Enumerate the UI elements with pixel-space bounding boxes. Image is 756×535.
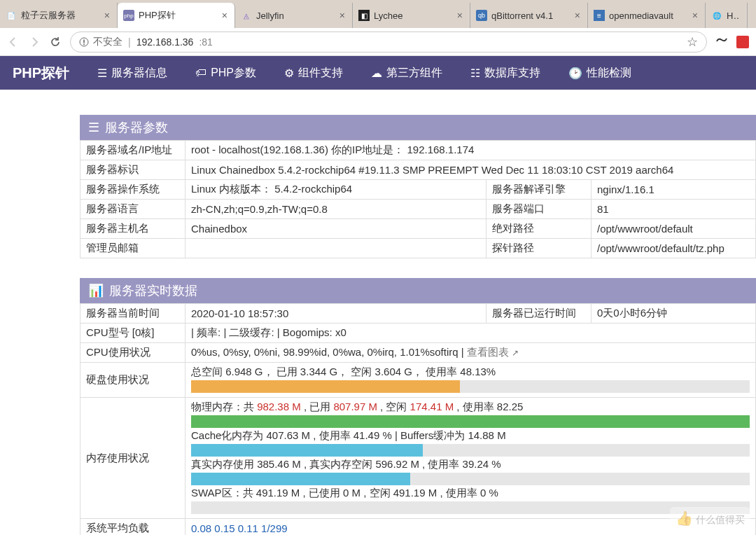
chart-icon: 📊: [88, 283, 104, 298]
favicon-icon: php: [123, 10, 134, 21]
menu-3rd[interactable]: ☁第三方组件: [371, 66, 442, 81]
close-icon[interactable]: ×: [575, 10, 580, 21]
cell-value: 0%us, 0%sy, 0%ni, 98.99%id, 0%wa, 0%irq,…: [186, 343, 756, 363]
cell-value: [186, 239, 486, 258]
extension-icon[interactable]: [715, 36, 728, 48]
cell-value: /opt/wwwroot/default: [592, 219, 756, 239]
cell-value: Chainedbox: [186, 219, 486, 239]
menu-label: 数据库支持: [484, 66, 540, 81]
star-icon[interactable]: ☆: [687, 34, 698, 50]
cell-label: 服务器解译引擎: [486, 180, 592, 200]
brand[interactable]: PHP探针: [13, 64, 69, 83]
close-icon[interactable]: ×: [104, 10, 110, 21]
watermark: 👍 什么值得买: [670, 507, 750, 529]
cell-label: 系统平均负载: [80, 519, 186, 536]
server-params-table: 服务器域名/IP地址root - localhost(192.168.1.36)…: [80, 140, 756, 258]
svg-rect-2: [83, 43, 85, 45]
mem-bar-3: [191, 473, 750, 485]
cell-label: 内存使用状况: [80, 398, 186, 519]
cell-value: 0天0小时6分钟: [592, 304, 756, 324]
favicon-icon: ≡: [594, 10, 605, 21]
cell-label: 绝对路径: [486, 219, 592, 239]
gear-icon: ⚙: [284, 67, 294, 80]
mem-bar-2-fill: [191, 444, 423, 457]
svg-rect-1: [83, 39, 85, 43]
load-value: 0.08 0.15 0.11 1/299: [191, 522, 288, 534]
mem-bar-1: [191, 415, 750, 428]
favicon-icon: ◧: [358, 10, 370, 21]
db-icon: ☷: [470, 67, 480, 80]
tab-2[interactable]: ◬Jellyfin×: [235, 3, 353, 28]
panel-header: 📊服务器实时数据: [80, 278, 756, 303]
menu-label: 性能检测: [587, 66, 631, 81]
tab-label: Hell: [727, 11, 740, 21]
cpu-use-text: 0%us, 0%sy, 0%ni, 98.99%id, 0%wa, 0%irq,…: [191, 346, 467, 358]
back-button[interactable]: [7, 36, 20, 48]
menu-perf[interactable]: 🕑性能检测: [568, 66, 631, 81]
close-icon[interactable]: ×: [692, 10, 698, 21]
cell-value: zh-CN,zh;q=0.9,zh-TW;q=0.8: [186, 200, 486, 219]
tab-label: Jellyfin: [256, 11, 335, 21]
address-bar[interactable]: 不安全 | 192.168.1.36:81 ☆: [70, 32, 707, 53]
menu-label: 组件支持: [298, 66, 343, 81]
panel-realtime: 📊服务器实时数据 服务器当前时间2020-01-10 18:57:30服务器已运…: [80, 278, 756, 535]
menu-db[interactable]: ☷数据库支持: [470, 66, 540, 81]
menu-server-info[interactable]: ☰服务器信息: [97, 66, 167, 81]
tab-4[interactable]: qbqBittorrent v4.1×: [470, 3, 588, 28]
insecure-indicator: 不安全: [79, 36, 122, 48]
menu-label: PHP参数: [211, 66, 256, 81]
favicon-icon: 📄: [6, 10, 17, 21]
cell-label: 服务器当前时间: [80, 304, 186, 324]
cloud-icon: ☁: [371, 67, 382, 80]
tag-icon: 🏷: [195, 67, 206, 79]
mem-line-4: SWAP区：共 491.19 M , 已使用 0 M , 空闲 491.19 M…: [191, 487, 750, 500]
insecure-label: 不安全: [93, 36, 122, 48]
close-icon[interactable]: ×: [222, 10, 227, 21]
cell-label: 服务器标识: [80, 160, 186, 180]
tab-label: qBittorrent v4.1: [491, 11, 570, 21]
mem-line-2: Cache化内存为 407.63 M , 使用率 41.49 % | Buffe…: [191, 429, 750, 443]
cell-label: 硬盘使用状况: [80, 363, 186, 398]
cell-label: 服务器操作系统: [80, 180, 186, 200]
tab-label: PHP探针: [139, 9, 218, 22]
tab-label: Lychee: [374, 11, 453, 21]
disk-bar-fill: [191, 380, 460, 393]
cell-value: Linux 内核版本： 5.4.2-rockchip64: [186, 180, 486, 200]
tab-5[interactable]: ≡openmediavault×: [588, 3, 706, 28]
tab-3[interactable]: ◧Lychee×: [353, 3, 470, 28]
tab-1[interactable]: phpPHP探针×: [118, 3, 235, 28]
mem-bar-1-fill: [191, 415, 750, 428]
cell-label: 服务器端口: [486, 200, 592, 219]
cell-label: 服务器语言: [80, 200, 186, 219]
mem-cell: 物理内存：共 982.38 M , 已用 807.97 M , 空闲 174.4…: [186, 398, 756, 519]
cell-value: 2020-01-10 18:57:30: [186, 304, 486, 324]
favicon-icon: 🌐: [711, 10, 722, 21]
tab-0[interactable]: 📄粒子云服务器×: [0, 3, 118, 28]
divider: |: [128, 36, 131, 48]
forward-button[interactable]: [28, 36, 41, 48]
cell-value: /opt/wwwroot/default/tz.php: [592, 239, 756, 258]
panel-title: 服务器参数: [105, 119, 168, 136]
list-icon: ☰: [97, 67, 107, 80]
tab-label: openmediavault: [609, 11, 688, 21]
close-icon[interactable]: ×: [457, 10, 463, 21]
disk-bar: [191, 380, 750, 393]
tab-6[interactable]: 🌐Hell: [706, 3, 748, 28]
cell-value: | 频率: | 二级缓存: | Bogomips: x0: [186, 324, 756, 343]
url-port: :81: [199, 36, 212, 48]
close-icon[interactable]: ×: [340, 10, 345, 21]
menu-php-param[interactable]: 🏷PHP参数: [195, 66, 256, 81]
view-chart-link[interactable]: 查看图表: [467, 346, 519, 358]
reload-button[interactable]: [49, 36, 62, 48]
favicon-icon: qb: [476, 10, 487, 21]
server-icon: ☰: [88, 120, 99, 135]
menu-label: 第三方组件: [386, 66, 442, 81]
tab-label: 粒子云服务器: [21, 9, 100, 22]
disk-cell: 总空间 6.948 G， 已用 3.344 G， 空闲 3.604 G， 使用率…: [186, 363, 756, 398]
mem-bar-3-fill: [191, 473, 410, 485]
menu-components[interactable]: ⚙组件支持: [284, 66, 343, 81]
cell-value: root - localhost(192.168.1.36) 你的IP地址是： …: [186, 141, 756, 160]
mem-line-3: 真实内存使用 385.46 M , 真实内存空闲 596.92 M , 使用率 …: [191, 458, 750, 471]
cell-label: CPU型号 [0核]: [80, 324, 186, 343]
extension-icon-2[interactable]: [736, 36, 749, 48]
